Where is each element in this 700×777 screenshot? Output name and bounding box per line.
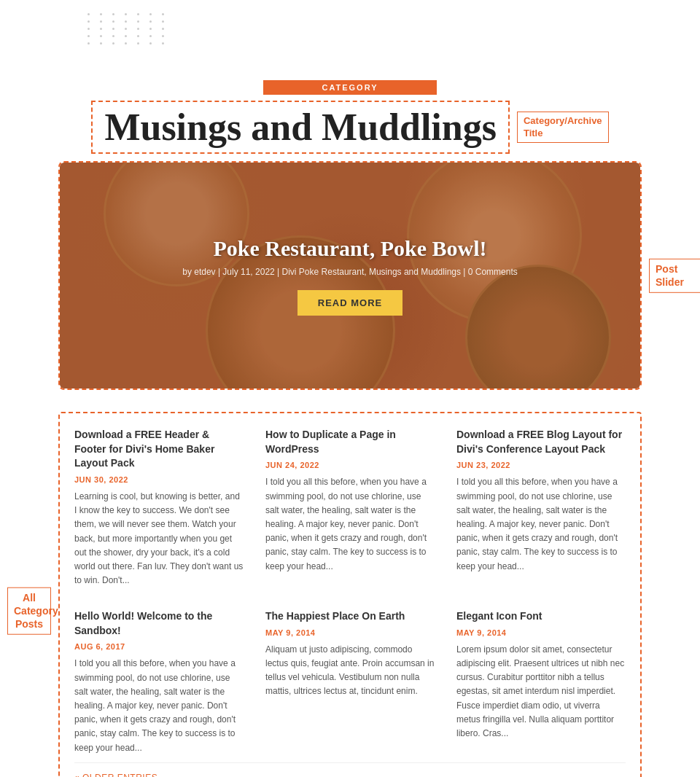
slider-post-title: Poke Restaurant, Poke Bowl! bbox=[214, 236, 487, 261]
post-date: AUG 6, 2017 bbox=[74, 642, 244, 651]
post-slider: Poke Restaurant, Poke Bowl! by etdev | J… bbox=[58, 161, 642, 390]
page-title: Musings and Muddlings bbox=[91, 101, 510, 154]
category-posts-section: Download a FREE Header & Footer for Divi… bbox=[58, 412, 642, 777]
annotation-all-category-posts: AllCategoryPosts bbox=[7, 587, 51, 635]
post-excerpt: I told you all this before, when you hav… bbox=[74, 657, 244, 754]
post-card: Hello World! Welcome to the Sandbox! AUG… bbox=[74, 609, 244, 762]
post-card: How to Duplicate a Page in WordPress JUN… bbox=[265, 428, 435, 595]
post-card: Download a FREE Blog Layout for Divi's C… bbox=[456, 428, 626, 595]
post-card: Download a FREE Header & Footer for Divi… bbox=[74, 428, 244, 595]
slider-meta: by etdev | July 11, 2022 | Divi Poke Res… bbox=[182, 267, 518, 277]
pagination: « OLDER ENTRIES bbox=[74, 762, 626, 777]
post-title[interactable]: How to Duplicate a Page in WordPress bbox=[265, 428, 435, 456]
post-date: JUN 30, 2022 bbox=[74, 475, 244, 484]
post-excerpt: I told you all this before, when you hav… bbox=[265, 475, 435, 573]
read-more-button[interactable]: READ MORE bbox=[298, 290, 402, 316]
post-card: The Happiest Place On Earth MAY 9, 2014 … bbox=[265, 609, 435, 762]
post-excerpt: I told you all this before, when you hav… bbox=[456, 475, 626, 573]
older-entries-link[interactable]: « OLDER ENTRIES bbox=[74, 773, 158, 777]
page-top: CATEGORY Musings and Muddlings Category/… bbox=[0, 0, 700, 390]
post-title[interactable]: Hello World! Welcome to the Sandbox! bbox=[74, 609, 244, 638]
post-title[interactable]: Download a FREE Blog Layout for Divi's C… bbox=[456, 428, 626, 456]
annotation-post-slider: PostSlider bbox=[649, 259, 700, 292]
post-excerpt: Aliquam ut justo adipiscing, commodo lec… bbox=[265, 643, 435, 699]
post-date: JUN 23, 2022 bbox=[456, 461, 626, 469]
dot-decoration bbox=[88, 13, 169, 44]
post-excerpt: Learning is cool, but knowing is better,… bbox=[74, 490, 244, 587]
post-title[interactable]: Elegant Icon Font bbox=[456, 609, 626, 624]
post-title[interactable]: Download a FREE Header & Footer for Divi… bbox=[74, 428, 244, 471]
post-date: JUN 24, 2022 bbox=[265, 461, 435, 469]
category-label-wrap: CATEGORY bbox=[0, 80, 700, 95]
slider-overlay: Poke Restaurant, Poke Bowl! by etdev | J… bbox=[60, 163, 640, 388]
post-excerpt: Lorem ipsum dolor sit amet, consectetur … bbox=[456, 643, 626, 741]
posts-grid: Download a FREE Header & Footer for Divi… bbox=[74, 428, 626, 762]
slider-inner: Poke Restaurant, Poke Bowl! by etdev | J… bbox=[60, 163, 640, 388]
post-date: MAY 9, 2014 bbox=[456, 628, 626, 637]
page-title-wrap: Musings and Muddlings Category/ArchiveTi… bbox=[0, 101, 700, 154]
post-date: MAY 9, 2014 bbox=[265, 628, 435, 637]
category-label: CATEGORY bbox=[263, 80, 436, 95]
post-title[interactable]: The Happiest Place On Earth bbox=[265, 609, 435, 624]
annotation-category-archive-title: Category/ArchiveTitle bbox=[517, 112, 609, 144]
post-card: Elegant Icon Font MAY 9, 2014 Lorem ipsu… bbox=[456, 609, 626, 762]
